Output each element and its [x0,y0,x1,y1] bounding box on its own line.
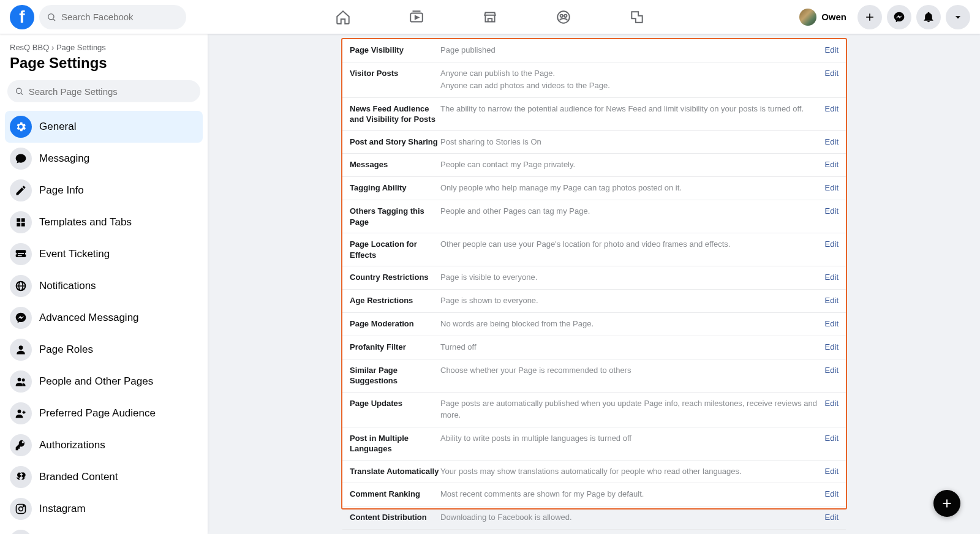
gaming-icon [629,9,645,25]
settings-row-label: Others Tagging this Page [350,206,440,227]
sidebar-item-label: Event Ticketing [39,248,110,260]
avatar-icon [799,9,816,26]
nav-watch[interactable] [382,1,451,33]
sidebar-item-label: Templates and Tabs [39,216,132,228]
svg-point-14 [19,345,23,350]
svg-point-16 [22,378,25,382]
edit-link[interactable]: Edit [825,512,839,522]
sidebar-item-messaging[interactable]: Messaging [5,143,203,175]
edit-link[interactable]: Edit [825,318,839,328]
sidebar-item-page-info[interactable]: Page Info [5,175,203,206]
svg-rect-10 [17,218,20,222]
svg-point-5 [557,11,570,23]
settings-row-value: Page published [440,45,825,56]
edit-link[interactable]: Edit [825,466,839,476]
grid-icon [10,211,32,233]
edit-link[interactable]: Edit [825,295,839,305]
facebook-logo-icon[interactable]: f [10,5,34,29]
key-icon [10,434,32,456]
edit-link[interactable]: Edit [825,272,839,282]
settings-row: Page VisibilityPage publishedEdit [342,39,846,62]
settings-row-label: Page Updates [350,398,440,409]
sidebar-search-input[interactable] [29,86,193,97]
sidebar-item-label: People and Other Pages [39,375,153,388]
edit-link[interactable]: Edit [825,365,839,375]
messenger-icon [893,11,905,23]
settings-row: Post in Multiple LanguagesAbility to wri… [342,427,846,461]
edit-link[interactable]: Edit [825,206,839,216]
settings-row-label: Age Restrictions [350,295,440,306]
settings-row-value: Ability to write posts in multiple langu… [440,433,825,445]
svg-line-1 [53,19,55,21]
profile-chip[interactable]: Owen [797,6,853,28]
edit-link[interactable]: Edit [825,45,839,55]
sidebar-item-label: Preferred Page Audience [39,407,156,419]
breadcrumb: ResQ BBQ › Page Settings [5,43,203,52]
settings-row-value: Post sharing to Stories is On [440,137,825,148]
home-icon [335,9,351,25]
sidebar-item-whatsapp[interactable]: WhatsApp [5,525,203,534]
settings-row: Country RestrictionsPage is visible to e… [342,266,846,290]
settings-row-value: No words are being blocked from the Page… [440,318,825,330]
sidebar-item-advanced-messaging[interactable]: Advanced Messaging [5,302,203,334]
svg-marker-3 [415,15,418,18]
account-menu-button[interactable] [946,5,970,29]
breadcrumb-page-link[interactable]: ResQ BBQ [10,43,49,52]
content: Page VisibilityPage publishedEditVisitor… [208,34,980,534]
global-search-input[interactable] [61,12,179,22]
settings-row: Profanity FilterTurned offEdit [342,336,846,359]
edit-link[interactable]: Edit [825,239,839,249]
svg-point-19 [19,507,23,511]
search-icon [15,86,24,96]
nav-gaming[interactable] [603,1,671,33]
sidebar-item-instagram[interactable]: Instagram [5,493,203,525]
notifications-button[interactable] [916,5,941,29]
whatsapp-icon [10,530,32,534]
edit-link[interactable]: Edit [825,137,839,146]
ticket-icon [10,243,32,265]
settings-row-label: Messages [350,159,440,170]
edit-link[interactable]: Edit [825,68,839,78]
settings-row-label: Comment Ranking [350,489,440,500]
top-nav [309,1,671,33]
sidebar-item-branded-content[interactable]: Branded Content [5,461,203,493]
marketplace-icon [482,9,498,25]
sidebar-item-templates-and-tabs[interactable]: Templates and Tabs [5,206,203,238]
plus-icon [940,497,954,510]
instagram-icon [10,498,32,520]
new-message-fab[interactable] [933,490,960,517]
settings-row-label: Post and Story Sharing [350,137,440,148]
edit-link[interactable]: Edit [825,398,839,408]
sidebar-item-preferred-page-audience[interactable]: Preferred Page Audience [5,397,203,429]
sidebar-search[interactable] [7,80,200,102]
sidebar-item-general[interactable]: General [5,111,203,143]
edit-link[interactable]: Edit [825,182,839,192]
sidebar-item-page-roles[interactable]: Page Roles [5,334,203,366]
sidebar-item-event-ticketing[interactable]: Event Ticketing [5,238,203,270]
chat-icon [10,148,32,170]
create-button[interactable] [858,5,882,29]
svg-point-17 [18,410,21,413]
edit-link[interactable]: Edit [825,489,839,498]
groups-icon [556,9,571,25]
settings-row: Content DistributionDownloading to Faceb… [342,506,846,530]
svg-line-9 [21,93,23,95]
edit-link[interactable]: Edit [825,342,839,352]
nav-marketplace[interactable] [456,1,524,33]
settings-row: Page Location for EffectsOther people ca… [342,233,846,266]
sidebar-item-notifications[interactable]: Notifications [5,270,203,302]
people-icon [10,370,32,393]
breadcrumb-current: Page Settings [56,43,106,52]
sidebar-item-people-and-other-pages[interactable]: People and Other Pages [5,366,203,397]
messenger-button[interactable] [887,5,911,29]
settings-row: Age RestrictionsPage is shown to everyon… [342,290,846,313]
edit-link[interactable]: Edit [825,159,839,169]
nav-home[interactable] [309,1,377,33]
settings-row-value: People can contact my Page privately. [440,159,825,171]
edit-link[interactable]: Edit [825,433,839,443]
global-search[interactable] [39,5,186,29]
sidebar-nav: GeneralMessagingPage InfoTemplates and T… [5,108,203,534]
nav-groups[interactable] [529,1,598,33]
edit-link[interactable]: Edit [825,103,839,113]
sidebar-item-authorizations[interactable]: Authorizations [5,429,203,461]
